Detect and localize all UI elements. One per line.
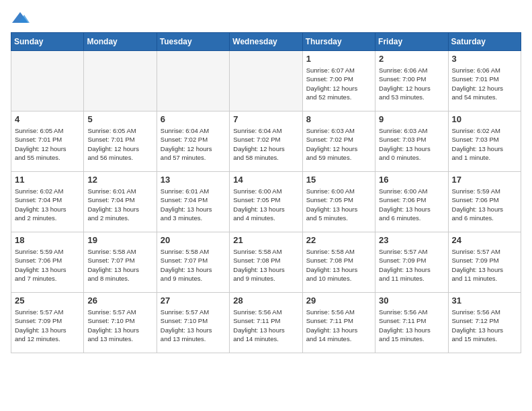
- day-info: Sunrise: 6:02 AM Sunset: 7:03 PM Dayligh…: [452, 126, 517, 162]
- day-info: Sunrise: 5:56 AM Sunset: 7:11 PM Dayligh…: [306, 308, 371, 343]
- weekday-header-friday: Friday: [375, 33, 448, 51]
- day-number: 17: [452, 175, 517, 185]
- calendar-cell: 20Sunrise: 5:58 AM Sunset: 7:07 PM Dayli…: [157, 232, 229, 293]
- day-info: Sunrise: 5:56 AM Sunset: 7:11 PM Dayligh…: [379, 308, 444, 343]
- day-number: 13: [161, 175, 226, 185]
- day-number: 1: [306, 54, 371, 64]
- calendar-cell: [11, 51, 84, 111]
- calendar-week-2: 4Sunrise: 6:05 AM Sunset: 7:01 PM Daylig…: [11, 111, 521, 172]
- calendar-cell: [84, 51, 157, 111]
- day-number: 23: [379, 235, 444, 245]
- day-number: 27: [161, 295, 226, 306]
- day-number: 12: [87, 175, 152, 185]
- day-number: 10: [452, 114, 517, 124]
- day-info: Sunrise: 6:05 AM Sunset: 7:01 PM Dayligh…: [87, 126, 152, 162]
- calendar-cell: 18Sunrise: 5:59 AM Sunset: 7:06 PM Dayli…: [11, 232, 84, 293]
- calendar-cell: 16Sunrise: 6:00 AM Sunset: 7:06 PM Dayli…: [375, 172, 448, 232]
- day-number: 30: [379, 295, 444, 306]
- day-number: 19: [87, 235, 152, 245]
- day-number: 24: [452, 235, 517, 245]
- calendar-cell: 15Sunrise: 6:00 AM Sunset: 7:05 PM Dayli…: [302, 172, 375, 232]
- day-info: Sunrise: 6:03 AM Sunset: 7:02 PM Dayligh…: [306, 126, 371, 162]
- day-number: 29: [306, 295, 371, 306]
- calendar-cell: 4Sunrise: 6:05 AM Sunset: 7:01 PM Daylig…: [11, 111, 84, 172]
- day-number: 4: [15, 114, 80, 124]
- calendar-cell: 23Sunrise: 5:57 AM Sunset: 7:09 PM Dayli…: [375, 232, 448, 293]
- calendar-cell: 13Sunrise: 6:01 AM Sunset: 7:04 PM Dayli…: [157, 172, 229, 232]
- day-info: Sunrise: 6:04 AM Sunset: 7:02 PM Dayligh…: [233, 126, 298, 162]
- day-info: Sunrise: 5:57 AM Sunset: 7:10 PM Dayligh…: [87, 308, 152, 343]
- calendar-cell: 10Sunrise: 6:02 AM Sunset: 7:03 PM Dayli…: [448, 111, 521, 172]
- day-info: Sunrise: 5:57 AM Sunset: 7:10 PM Dayligh…: [161, 308, 226, 343]
- day-number: 20: [161, 235, 226, 245]
- calendar-cell: 22Sunrise: 5:58 AM Sunset: 7:08 PM Dayli…: [302, 232, 375, 293]
- day-info: Sunrise: 6:05 AM Sunset: 7:01 PM Dayligh…: [15, 126, 80, 162]
- day-info: Sunrise: 5:58 AM Sunset: 7:07 PM Dayligh…: [161, 247, 226, 283]
- calendar-cell: 25Sunrise: 5:57 AM Sunset: 7:09 PM Dayli…: [11, 293, 84, 353]
- day-number: 14: [233, 175, 298, 185]
- calendar-cell: 8Sunrise: 6:03 AM Sunset: 7:02 PM Daylig…: [302, 111, 375, 172]
- calendar-cell: 1Sunrise: 6:07 AM Sunset: 7:00 PM Daylig…: [302, 51, 375, 111]
- calendar-cell: 6Sunrise: 6:04 AM Sunset: 7:02 PM Daylig…: [157, 111, 229, 172]
- day-info: Sunrise: 5:59 AM Sunset: 7:06 PM Dayligh…: [452, 187, 517, 222]
- day-info: Sunrise: 5:59 AM Sunset: 7:06 PM Dayligh…: [15, 247, 80, 283]
- day-number: 6: [161, 114, 226, 124]
- weekday-header-sunday: Sunday: [11, 33, 84, 51]
- day-number: 2: [379, 54, 444, 64]
- calendar-cell: 26Sunrise: 5:57 AM Sunset: 7:10 PM Dayli…: [84, 293, 157, 353]
- calendar-cell: 17Sunrise: 5:59 AM Sunset: 7:06 PM Dayli…: [448, 172, 521, 232]
- day-info: Sunrise: 5:58 AM Sunset: 7:08 PM Dayligh…: [306, 247, 371, 283]
- day-number: 9: [379, 114, 444, 124]
- day-info: Sunrise: 6:01 AM Sunset: 7:04 PM Dayligh…: [87, 187, 152, 222]
- day-number: 21: [233, 235, 298, 245]
- calendar-cell: 11Sunrise: 6:02 AM Sunset: 7:04 PM Dayli…: [11, 172, 84, 232]
- calendar-cell: 21Sunrise: 5:58 AM Sunset: 7:08 PM Dayli…: [230, 232, 302, 293]
- calendar-cell: 3Sunrise: 6:06 AM Sunset: 7:01 PM Daylig…: [448, 51, 521, 111]
- logo: [11, 11, 32, 24]
- calendar-cell: [230, 51, 302, 111]
- day-number: 11: [15, 175, 80, 185]
- day-info: Sunrise: 5:58 AM Sunset: 7:07 PM Dayligh…: [87, 247, 152, 283]
- day-info: Sunrise: 6:01 AM Sunset: 7:04 PM Dayligh…: [161, 187, 226, 222]
- calendar-week-4: 18Sunrise: 5:59 AM Sunset: 7:06 PM Dayli…: [11, 232, 521, 293]
- day-info: Sunrise: 5:57 AM Sunset: 7:09 PM Dayligh…: [379, 247, 444, 283]
- weekday-header-monday: Monday: [84, 33, 157, 51]
- logo-icon: [11, 11, 30, 24]
- day-info: Sunrise: 5:56 AM Sunset: 7:11 PM Dayligh…: [233, 308, 298, 343]
- weekday-header-tuesday: Tuesday: [157, 33, 229, 51]
- calendar-cell: 28Sunrise: 5:56 AM Sunset: 7:11 PM Dayli…: [230, 293, 302, 353]
- calendar-cell: 7Sunrise: 6:04 AM Sunset: 7:02 PM Daylig…: [230, 111, 302, 172]
- calendar-cell: 19Sunrise: 5:58 AM Sunset: 7:07 PM Dayli…: [84, 232, 157, 293]
- day-info: Sunrise: 5:58 AM Sunset: 7:08 PM Dayligh…: [233, 247, 298, 283]
- day-info: Sunrise: 6:07 AM Sunset: 7:00 PM Dayligh…: [306, 66, 371, 101]
- calendar-week-5: 25Sunrise: 5:57 AM Sunset: 7:09 PM Dayli…: [11, 293, 521, 353]
- day-number: 18: [15, 235, 80, 245]
- calendar-cell: 24Sunrise: 5:57 AM Sunset: 7:09 PM Dayli…: [448, 232, 521, 293]
- day-info: Sunrise: 6:06 AM Sunset: 7:01 PM Dayligh…: [452, 66, 517, 101]
- page-header: [11, 11, 521, 24]
- weekday-header-wednesday: Wednesday: [230, 33, 302, 51]
- calendar-cell: [157, 51, 229, 111]
- calendar-cell: 29Sunrise: 5:56 AM Sunset: 7:11 PM Dayli…: [302, 293, 375, 353]
- day-info: Sunrise: 6:04 AM Sunset: 7:02 PM Dayligh…: [161, 126, 226, 162]
- day-number: 28: [233, 295, 298, 306]
- calendar-cell: 30Sunrise: 5:56 AM Sunset: 7:11 PM Dayli…: [375, 293, 448, 353]
- calendar-week-3: 11Sunrise: 6:02 AM Sunset: 7:04 PM Dayli…: [11, 172, 521, 232]
- calendar-cell: 31Sunrise: 5:56 AM Sunset: 7:12 PM Dayli…: [448, 293, 521, 353]
- calendar-cell: 12Sunrise: 6:01 AM Sunset: 7:04 PM Dayli…: [84, 172, 157, 232]
- day-info: Sunrise: 6:06 AM Sunset: 7:00 PM Dayligh…: [379, 66, 444, 101]
- day-info: Sunrise: 5:56 AM Sunset: 7:12 PM Dayligh…: [452, 308, 517, 343]
- day-number: 8: [306, 114, 371, 124]
- day-number: 31: [452, 295, 517, 306]
- calendar-table: SundayMondayTuesdayWednesdayThursdayFrid…: [11, 32, 521, 353]
- day-info: Sunrise: 5:57 AM Sunset: 7:09 PM Dayligh…: [15, 308, 80, 343]
- day-info: Sunrise: 6:00 AM Sunset: 7:06 PM Dayligh…: [379, 187, 444, 222]
- day-number: 16: [379, 175, 444, 185]
- calendar-cell: 14Sunrise: 6:00 AM Sunset: 7:05 PM Dayli…: [230, 172, 302, 232]
- day-info: Sunrise: 6:02 AM Sunset: 7:04 PM Dayligh…: [15, 187, 80, 222]
- day-number: 26: [87, 295, 152, 306]
- weekday-header-thursday: Thursday: [302, 33, 375, 51]
- day-number: 3: [452, 54, 517, 64]
- day-number: 22: [306, 235, 371, 245]
- day-info: Sunrise: 6:03 AM Sunset: 7:03 PM Dayligh…: [379, 126, 444, 162]
